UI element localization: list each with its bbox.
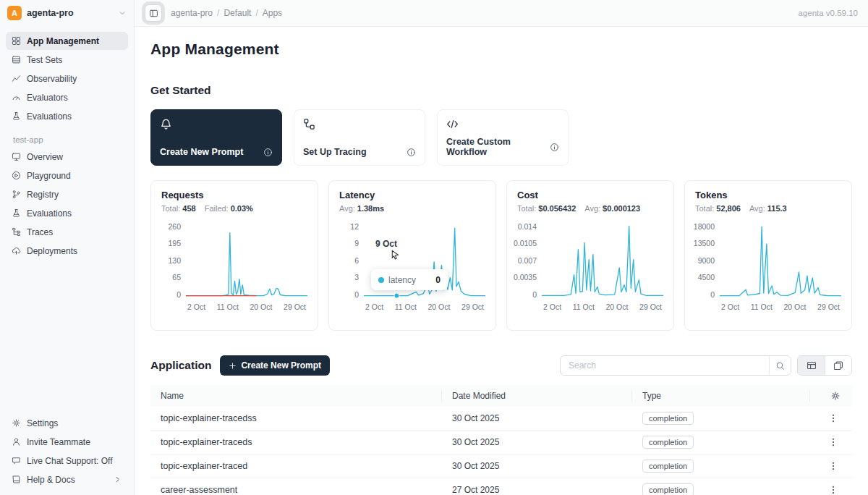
app-name[interactable]: career-assessment — [150, 485, 442, 495]
row-menu-button[interactable] — [827, 484, 839, 495]
test-sets-icon — [12, 55, 21, 64]
table-view-button[interactable] — [798, 356, 825, 375]
sidebar: A agenta-pro App Management Test Sets Ob… — [0, 0, 135, 495]
sidebar-item-app-management[interactable]: App Management — [6, 32, 128, 50]
axis-tick: 18000 — [694, 223, 715, 231]
table-view-icon — [807, 360, 817, 371]
metric-title: Tokens — [695, 190, 841, 200]
x-axis: 2 Oct 11 Oct 20 Oct 29 Oct — [543, 302, 662, 311]
axis-tick: 0.0035 — [514, 274, 537, 282]
search-input[interactable] — [561, 360, 769, 371]
sidebar-item-label: Evaluations — [27, 208, 72, 219]
sidebar-item-traces[interactable]: Traces — [6, 223, 128, 241]
sidebar-item-label: Evaluators — [27, 93, 68, 103]
search-button[interactable] — [769, 356, 791, 375]
app-date: 27 Oct 2025 — [442, 485, 632, 495]
info-icon[interactable] — [407, 148, 416, 157]
stat-label: Total: — [517, 204, 536, 213]
row-menu-button[interactable] — [827, 412, 839, 424]
chart-tooltip: latency 0 — [371, 269, 448, 290]
axis-tick: 0.014 — [518, 223, 537, 231]
axis-tick: 11 Oct — [573, 302, 595, 311]
axis-tick: 0.0105 — [514, 240, 537, 248]
breadcrumb-workspace[interactable]: agenta-pro — [171, 8, 213, 18]
y-axis: 260 195 130 65 0 — [161, 223, 186, 298]
create-new-prompt-card[interactable]: Create New Prompt — [150, 109, 282, 166]
breadcrumb-separator: / — [217, 8, 219, 18]
axis-tick: 0 — [176, 291, 181, 299]
dots-vertical-icon — [828, 461, 838, 471]
column-header-name[interactable]: Name — [150, 390, 442, 402]
column-header-date-modified[interactable]: Date Modified — [442, 390, 632, 402]
app-name[interactable]: topic-explainer-traceds — [150, 437, 442, 447]
y-axis: 12 9 6 3 0 — [339, 223, 364, 298]
sidebar-item-test-sets[interactable]: Test Sets — [6, 51, 128, 69]
create-custom-workflow-card[interactable]: Create Custom Workflow — [437, 109, 569, 166]
sidebar-item-invite-teammate[interactable]: Invite Teammate — [6, 433, 128, 451]
breadcrumb-page[interactable]: Apps — [263, 8, 282, 18]
card-view-icon — [833, 360, 843, 371]
view-toggle — [797, 355, 852, 376]
axis-tick: 9000 — [698, 257, 715, 265]
sidebar-item-app-evaluations[interactable]: Evaluations — [6, 204, 128, 222]
app-name[interactable]: topic-explainer-tracedss — [150, 413, 442, 423]
stat-label: Failed: — [205, 204, 229, 213]
row-menu-button[interactable] — [827, 436, 839, 448]
card-view-button[interactable] — [825, 356, 851, 375]
breadcrumb-project[interactable]: Default — [224, 8, 251, 18]
table-row[interactable]: career-assessment 27 Oct 2025 completion — [150, 478, 852, 495]
workspace-name: agenta-pro — [27, 8, 74, 18]
axis-tick: 0 — [532, 291, 537, 299]
sidebar-item-label: Settings — [27, 418, 58, 428]
application-header: Application Create New Prompt — [150, 355, 852, 376]
row-menu-button[interactable] — [827, 460, 839, 472]
x-axis: 2 Oct 11 Oct 20 Oct 29 Oct — [365, 302, 484, 311]
workspace-selector[interactable]: A agenta-pro — [0, 0, 134, 26]
table-row[interactable]: topic-explainer-traced 30 Oct 2025 compl… — [150, 454, 852, 478]
sidebar-item-deployments[interactable]: Deployments — [6, 242, 128, 260]
column-settings-icon[interactable] — [830, 391, 841, 401]
mouse-cursor-icon — [390, 250, 401, 261]
table-row[interactable]: topic-explainer-traceds 30 Oct 2025 comp… — [150, 431, 852, 454]
create-new-prompt-button[interactable]: Create New Prompt — [220, 355, 330, 376]
code-icon — [446, 118, 459, 130]
metric-title: Requests — [161, 190, 307, 200]
sidebar-item-help-docs[interactable]: Help & Docs — [6, 470, 128, 488]
axis-tick: 11 Oct — [751, 302, 773, 311]
sidebar-toggle-button[interactable] — [145, 4, 162, 22]
axis-tick: 195 — [168, 240, 181, 248]
axis-tick: 11 Oct — [395, 302, 417, 311]
info-icon[interactable] — [550, 143, 559, 152]
set-up-tracing-card[interactable]: Set Up Tracing — [294, 109, 425, 166]
metric-card-latency: Latency Avg:1.38ms 12 9 6 3 0 2 Oct 11 O… — [328, 180, 496, 331]
overview-icon — [12, 152, 21, 161]
sidebar-item-live-chat-support[interactable]: Live Chat Support: Off — [6, 452, 128, 470]
sidebar-nav-bottom: Settings Invite Teammate Live Chat Suppo… — [0, 410, 134, 495]
table-row[interactable]: topic-explainer-tracedss 30 Oct 2025 com… — [150, 407, 852, 431]
sidebar-item-label: Help & Docs — [27, 475, 75, 485]
settings-icon — [12, 418, 21, 428]
breadcrumb-separator: / — [255, 8, 258, 18]
cost-chart[interactable] — [542, 223, 663, 298]
column-header-type[interactable]: Type — [632, 390, 810, 402]
sidebar-item-registry[interactable]: Registry — [6, 185, 128, 203]
deployments-icon — [12, 246, 21, 255]
sidebar-item-evaluators[interactable]: Evaluators — [6, 88, 128, 106]
tokens-chart[interactable] — [720, 223, 841, 298]
info-icon[interactable] — [263, 148, 273, 157]
chevron-down-icon[interactable] — [118, 9, 127, 17]
sidebar-item-observability[interactable]: Observability — [6, 69, 128, 88]
requests-chart[interactable] — [186, 223, 307, 298]
sidebar-item-overview[interactable]: Overview — [6, 148, 128, 166]
axis-tick: 4500 — [698, 274, 715, 282]
sidebar-item-evaluations[interactable]: Evaluations — [6, 107, 128, 125]
stat-label: Total: — [161, 204, 180, 213]
sidebar-item-settings[interactable]: Settings — [6, 414, 128, 432]
stat-value: $0.056432 — [538, 204, 576, 213]
dots-vertical-icon — [828, 437, 838, 447]
metric-card-requests: Requests Total:458 Failed:0.03% 260 195 … — [150, 180, 318, 331]
sidebar-item-playground[interactable]: Playground — [6, 166, 128, 185]
app-name[interactable]: topic-explainer-traced — [150, 461, 442, 471]
stat-value: 0.03% — [231, 204, 253, 213]
metric-stats: Total:458 Failed:0.03% — [161, 204, 307, 213]
